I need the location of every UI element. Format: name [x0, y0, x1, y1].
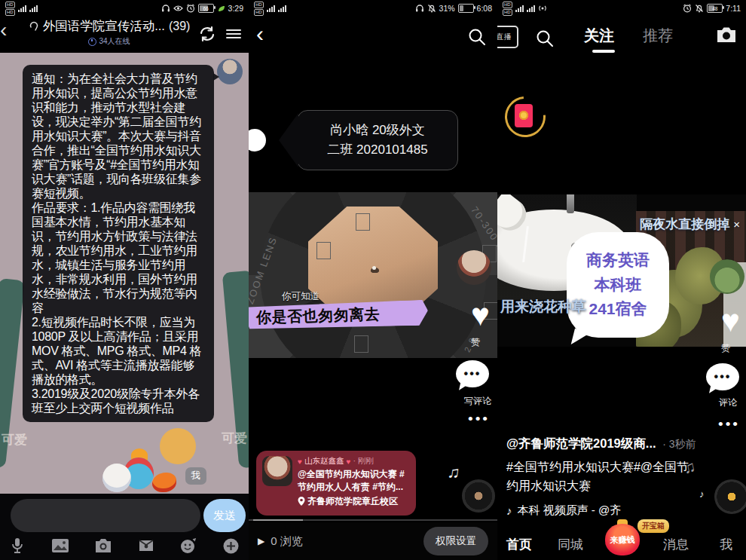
hashtag-caption[interactable]: #全国节约用水知识大赛#@全国节约用水知识大赛 [506, 458, 693, 496]
red-envelope [515, 104, 533, 127]
message-composer: 发送 [0, 494, 249, 560]
sender-avatar[interactable] [217, 59, 243, 84]
student-tag-line2: 二班 2020101485 [327, 140, 427, 160]
qq-chat-screen: HDHD 66 3:29 ‹ 外国语学院宣传活动... (39) [0, 0, 249, 560]
chat-title-block[interactable]: 外国语学院宣传活动... (39) 34人在线 [23, 18, 196, 47]
back-icon[interactable]: ‹ [0, 20, 7, 41]
search-icon[interactable] [467, 27, 487, 47]
author-avatar[interactable] [710, 259, 744, 294]
treasure-box-badge[interactable]: 开宝箱 [637, 519, 669, 533]
clock-time: 6:08 [477, 4, 492, 13]
more-icon[interactable]: ••• [718, 416, 740, 433]
share-icon[interactable] [197, 24, 217, 44]
music-note-icon: ♫ [446, 462, 461, 483]
camera-icon[interactable] [94, 537, 112, 554]
music-title[interactable]: 本科 视频原声 - @齐 [518, 503, 622, 518]
clock-time: 3:29 [228, 4, 243, 13]
red-packet-icon[interactable] [138, 537, 154, 554]
music-note-icon: ♪ [699, 488, 705, 500]
caption-small: 你可知道 [282, 290, 319, 303]
douyin-video-detail-screen: HDHD 31% 6:08 ‹ 尚小晗 20级外文 二班 2020101485 … [249, 0, 497, 560]
send-button[interactable]: 发送 [203, 499, 246, 532]
progress-bar[interactable] [249, 519, 497, 521]
video-info-block: @齐鲁师范学院2019级商... · 3秒前 #全国节约用水知识大赛#@全国节约… [506, 436, 693, 518]
like-icon[interactable]: ♥ [471, 300, 490, 330]
nav-home[interactable]: 首页 [506, 536, 532, 553]
author-avatar[interactable] [457, 250, 491, 285]
author-handle[interactable]: @齐鲁师范学院2019级商... [506, 436, 656, 450]
alarm-icon [186, 4, 195, 13]
bubble-line2: 本科班 [595, 273, 642, 298]
like-label: 赞 [721, 342, 730, 355]
comment-label: 评论 [719, 396, 737, 409]
heart-emoji: ♥ [298, 457, 302, 466]
headset-icon [161, 4, 170, 13]
viewfinder-bracket [356, 213, 370, 231]
play-icon: ▶ [258, 536, 264, 546]
photo-icon[interactable] [51, 537, 69, 554]
nav-me[interactable]: 我 [720, 536, 732, 553]
close-icon[interactable]: × [733, 218, 740, 231]
notice-message-bubble[interactable]: 通知：为在全社会大力普及节约用水知识，提高公众节约用水意识和能力，推动节水型社会… [23, 65, 214, 422]
signal-icon [267, 5, 275, 12]
music-disc[interactable] [714, 479, 746, 514]
battery-icon [458, 4, 474, 13]
composer-toolbar [0, 534, 249, 557]
hd-volte-icon: HDHD [5, 2, 15, 16]
location-pin-icon [298, 497, 305, 506]
battery-icon: 66 [198, 4, 214, 13]
student-tag-line1: 尚小晗 20级外文 [330, 121, 425, 140]
bell-muted-icon [695, 4, 704, 13]
leaf-power-saving-icon [217, 5, 225, 13]
notice-paragraph-1: 通知：为在全社会大力普及节约用水知识，提高公众节约用水意识和能力，推动节水型社会… [32, 72, 205, 200]
hd-volte-icon: HDHD [254, 2, 264, 16]
camera-icon[interactable] [716, 26, 737, 44]
seek-dot [249, 129, 266, 151]
video-frame[interactable]: 隔夜水直接倒掉× 商务英语 本科班 241宿舍 用来浇花种草 [497, 194, 746, 347]
search-icon[interactable] [535, 29, 555, 48]
like-label: 赞 [471, 336, 480, 349]
card-caption: @全国节约用水知识大赛 #节约用水人人有责 #节约... [298, 468, 410, 494]
hd-volte-icon: HDHD [503, 2, 512, 16]
overlay-caption-top: 隔夜水直接倒掉× [640, 216, 740, 233]
red-packet-reward-icon[interactable] [503, 95, 547, 139]
mascot-head [102, 464, 131, 492]
back-icon[interactable]: ‹ [256, 23, 264, 45]
nav-city[interactable]: 同城 [558, 536, 583, 553]
like-icon[interactable]: ♥ [721, 306, 740, 336]
notice-paragraph-4: 3.2019级及2020级除专升本外各班至少上交两个短视频作品 [32, 387, 205, 415]
tab-follow[interactable]: 关注 [584, 26, 614, 46]
notice-paragraph-3: 2.短视频作品时长不限，应当为 1080P 及以上高清作品；且采用MOV 格式、… [32, 315, 205, 387]
hotspot-icon [538, 4, 547, 13]
comment-icon[interactable]: ••• [706, 363, 739, 390]
card-avatar[interactable] [262, 456, 292, 486]
student-id-tag: 尚小晗 20级外文 二班 2020101485 [297, 110, 458, 170]
signal-icon-2 [278, 5, 286, 12]
wallpaper-text: 可爱 [222, 430, 247, 447]
emoji-icon[interactable] [179, 537, 197, 555]
signal-icon-2 [29, 5, 38, 12]
nav-messages[interactable]: 消息 [663, 536, 689, 553]
message-input[interactable] [11, 499, 200, 532]
battery-percent: 31% [439, 4, 455, 13]
microphone-icon[interactable] [9, 537, 26, 555]
tab-recommend[interactable]: 推荐 [643, 26, 673, 46]
online-count: 34人在线 [99, 36, 130, 47]
battery-icon: 48 [707, 4, 723, 13]
card-location: 齐鲁师范学院章丘校区 [307, 495, 398, 508]
comment-icon[interactable]: ••• [456, 360, 489, 387]
overlay-caption-bottom: 用来浇花种草 [500, 297, 586, 317]
music-disc[interactable] [462, 479, 495, 513]
clock-time: 7:11 [726, 4, 741, 13]
plus-icon[interactable] [222, 537, 240, 555]
screenshot-collage: HDHD 66 3:29 ‹ 外国语学院宣传活动... (39) [0, 0, 746, 560]
view-count: 0 浏览 [271, 534, 303, 549]
video-info-card[interactable]: ♥ 山东赵鑫鑫 ♥ · 刚刚 @全国节约用水知识大赛 #节约用水人人有责 #节约… [256, 451, 416, 516]
more-icon[interactable]: ••• [468, 411, 490, 427]
chat-header: ‹ 外国语学院宣传活动... (39) 34人在线 [0, 17, 249, 53]
nav-earn-money-button[interactable]: 来赚钱 [605, 518, 640, 555]
live-tab-icon[interactable]: 直播 [497, 26, 518, 48]
permission-settings-button[interactable]: 权限设置 [423, 527, 488, 555]
menu-icon[interactable] [226, 27, 241, 41]
card-author: 山东赵鑫鑫 [304, 456, 344, 467]
